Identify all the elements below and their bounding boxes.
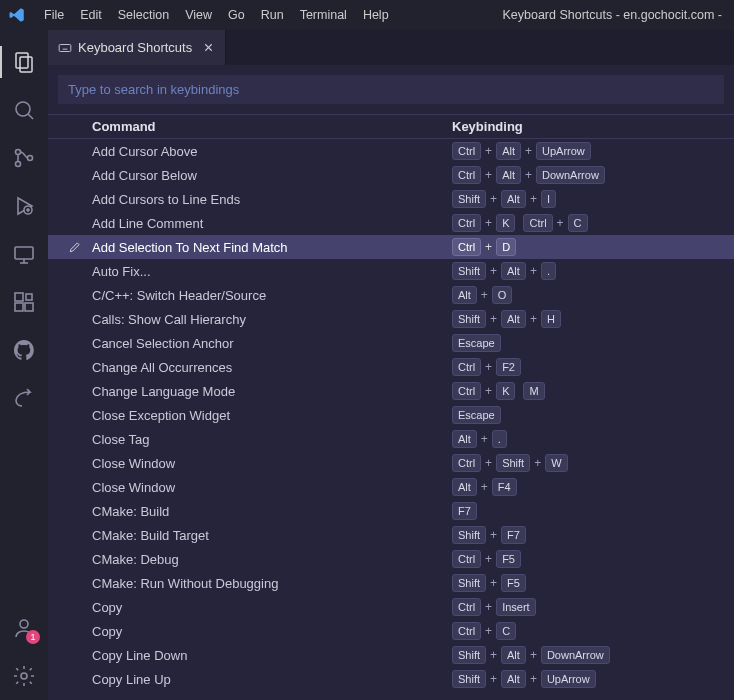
keybinding-cell: Ctrl+F2 [452, 358, 734, 376]
menu-run[interactable]: Run [253, 4, 292, 26]
table-row[interactable]: Change All OccurrencesCtrl+F2 [48, 355, 734, 379]
explorer-icon[interactable] [0, 38, 48, 86]
table-row[interactable]: CMake: Run Without DebuggingShift+F5 [48, 571, 734, 595]
key-cap: Escape [452, 406, 501, 424]
search-icon[interactable] [0, 86, 48, 134]
key-cap: C [568, 214, 588, 232]
command-cell: CMake: Build [92, 504, 452, 519]
header-keybinding[interactable]: Keybinding [452, 119, 734, 134]
keybinding-search-wrap [48, 65, 734, 114]
key-cap: Shift [452, 526, 486, 544]
menu-help[interactable]: Help [355, 4, 397, 26]
tab-keyboard-shortcuts[interactable]: Keyboard Shortcuts [48, 30, 226, 65]
keybinding-table: Command Keybinding Add Cursor AboveCtrl+… [48, 114, 734, 700]
tab-bar: Keyboard Shortcuts [48, 30, 734, 65]
table-row[interactable]: Add Cursors to Line EndsShift+Alt+I [48, 187, 734, 211]
table-row[interactable]: CopyCtrl+C [48, 619, 734, 643]
keybinding-cell: Alt+. [452, 430, 734, 448]
key-cap: Ctrl [452, 622, 481, 640]
key-cap: Alt [452, 430, 477, 448]
keybinding-cell: Ctrl+Alt+DownArrow [452, 166, 734, 184]
key-cap: Ctrl [452, 454, 481, 472]
table-row[interactable]: Copy Line DownShift+Alt+DownArrow [48, 643, 734, 667]
share-icon[interactable] [0, 374, 48, 422]
svg-point-15 [20, 620, 28, 628]
table-row[interactable]: Add Cursor AboveCtrl+Alt+UpArrow [48, 139, 734, 163]
table-row[interactable]: CopyCtrl+Insert [48, 595, 734, 619]
menu-go[interactable]: Go [220, 4, 253, 26]
keybinding-search-input[interactable] [58, 75, 724, 104]
table-row[interactable]: Add Line CommentCtrl+KCtrl+C [48, 211, 734, 235]
command-cell: Calls: Show Call Hierarchy [92, 312, 452, 327]
svg-rect-1 [20, 57, 32, 72]
command-cell: Close Tag [92, 432, 452, 447]
key-cap: Shift [496, 454, 530, 472]
table-row[interactable]: Close TagAlt+. [48, 427, 734, 451]
table-row[interactable]: Close WindowAlt+F4 [48, 475, 734, 499]
table-row[interactable]: Add Cursor BelowCtrl+Alt+DownArrow [48, 163, 734, 187]
table-row[interactable]: C/C++: Switch Header/SourceAlt+O [48, 283, 734, 307]
github-icon[interactable] [0, 326, 48, 374]
command-cell: Copy [92, 624, 452, 639]
source-control-icon[interactable] [0, 134, 48, 182]
key-cap: Ctrl [452, 598, 481, 616]
key-cap: Alt [501, 310, 526, 328]
extensions-icon[interactable] [0, 278, 48, 326]
keybinding-cell: Escape [452, 406, 734, 424]
table-row[interactable]: Auto Fix...Shift+Alt+. [48, 259, 734, 283]
command-cell: Add Cursor Above [92, 144, 452, 159]
key-cap: Ctrl [452, 550, 481, 568]
command-cell: Close Window [92, 456, 452, 471]
menu-bar: FileEditSelectionViewGoRunTerminalHelp [36, 4, 397, 26]
menu-view[interactable]: View [177, 4, 220, 26]
key-cap: Ctrl [452, 214, 481, 232]
account-badge: 1 [26, 630, 40, 644]
table-row[interactable]: Cancel Selection AnchorEscape [48, 331, 734, 355]
table-row[interactable]: Calls: Show Call HierarchyShift+Alt+H [48, 307, 734, 331]
table-row[interactable]: Change Language ModeCtrl+KM [48, 379, 734, 403]
table-row[interactable]: CMake: DebugCtrl+F5 [48, 547, 734, 571]
key-cap: Escape [452, 334, 501, 352]
svg-point-5 [16, 162, 21, 167]
table-row[interactable]: CMake: BuildF7 [48, 499, 734, 523]
account-icon[interactable]: 1 [0, 604, 48, 652]
keyboard-icon [58, 41, 72, 55]
svg-rect-8 [15, 247, 33, 259]
table-row[interactable]: Close Exception WidgetEscape [48, 403, 734, 427]
close-icon[interactable] [202, 41, 215, 54]
header-command[interactable]: Command [92, 119, 452, 134]
key-cap: Shift [452, 262, 486, 280]
key-cap: . [492, 430, 507, 448]
run-debug-icon[interactable] [0, 182, 48, 230]
command-cell: Close Exception Widget [92, 408, 452, 423]
key-cap: W [545, 454, 567, 472]
keybinding-cell: Ctrl+D [452, 238, 734, 256]
activity-bar: 1 [0, 30, 48, 700]
table-row[interactable]: Copy Line UpShift+Alt+UpArrow [48, 667, 734, 691]
command-cell: Cancel Selection Anchor [92, 336, 452, 351]
svg-point-16 [21, 673, 27, 679]
key-cap: K [496, 382, 515, 400]
svg-rect-13 [25, 303, 33, 311]
key-cap: UpArrow [536, 142, 591, 160]
menu-selection[interactable]: Selection [110, 4, 177, 26]
keybinding-cell: Ctrl+C [452, 622, 734, 640]
keybinding-cell: Shift+Alt+. [452, 262, 734, 280]
table-row[interactable]: Close WindowCtrl+Shift+W [48, 451, 734, 475]
keybinding-cell: Alt+O [452, 286, 734, 304]
table-row[interactable]: CMake: Build TargetShift+F7 [48, 523, 734, 547]
menu-file[interactable]: File [36, 4, 72, 26]
key-cap: Shift [452, 190, 486, 208]
command-cell: Copy [92, 600, 452, 615]
keybinding-cell: F7 [452, 502, 734, 520]
edit-pencil-icon[interactable] [68, 240, 82, 254]
menu-terminal[interactable]: Terminal [292, 4, 355, 26]
remote-explorer-icon[interactable] [0, 230, 48, 278]
key-cap: Ctrl [452, 166, 481, 184]
command-cell: Close Window [92, 480, 452, 495]
keybinding-cell: Ctrl+Insert [452, 598, 734, 616]
settings-gear-icon[interactable] [0, 652, 48, 700]
menu-edit[interactable]: Edit [72, 4, 110, 26]
key-cap: Ctrl [452, 238, 481, 256]
table-row[interactable]: Add Selection To Next Find MatchCtrl+D [48, 235, 734, 259]
